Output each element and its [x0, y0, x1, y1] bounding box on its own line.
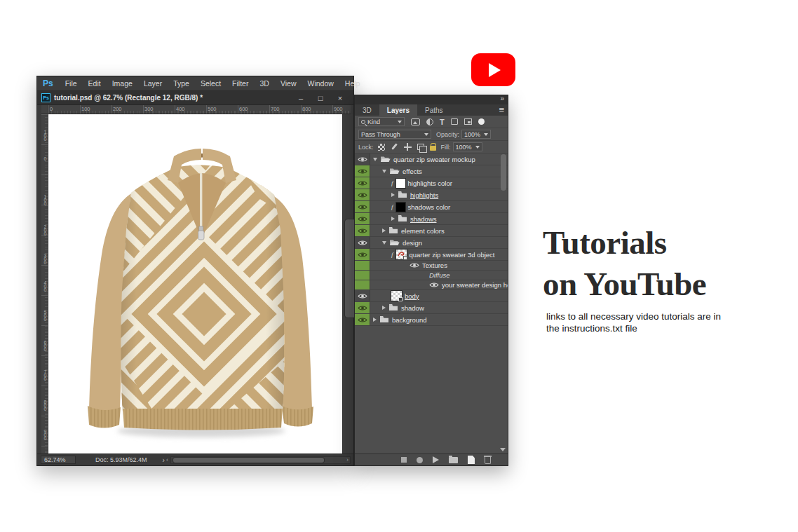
layers-scrollbar-thumb[interactable]	[501, 154, 506, 191]
close-button[interactable]: ×	[335, 94, 345, 102]
layer-row[interactable]: shadow	[355, 302, 508, 314]
lock-position-icon[interactable]	[404, 143, 412, 151]
layer-visibility-toggle[interactable]	[355, 165, 370, 177]
fill-field[interactable]: 100%	[453, 142, 482, 151]
layer-row[interactable]: highlights	[355, 189, 508, 201]
layer-row[interactable]: design	[355, 237, 508, 249]
layer-row[interactable]: fhighlights color	[355, 177, 508, 189]
layer-row[interactable]: element colors	[355, 225, 508, 237]
layer-visibility-toggle[interactable]	[355, 290, 370, 301]
lock-icons	[378, 143, 436, 151]
menu-select[interactable]: Select	[195, 79, 226, 88]
layer-mask-icon[interactable]	[433, 456, 439, 463]
layer-visibility-toggle[interactable]	[355, 154, 370, 165]
ruler-v-label: 300	[42, 253, 48, 264]
maximize-button[interactable]: □	[316, 94, 325, 102]
layer-row[interactable]: body	[355, 290, 508, 302]
menu-filter[interactable]: Filter	[226, 79, 254, 88]
lock-all-icon[interactable]	[430, 146, 436, 151]
texture-visibility-icon[interactable]	[410, 262, 419, 268]
layer-visibility-toggle[interactable]	[355, 280, 370, 289]
layer-visibility-toggle[interactable]	[355, 177, 370, 189]
smart-objects-icon[interactable]	[464, 118, 472, 125]
menu-image[interactable]: Image	[107, 79, 138, 88]
expand-group-icon[interactable]	[391, 193, 395, 197]
layer-visibility-toggle[interactable]	[355, 189, 370, 200]
shape-layers-icon[interactable]	[451, 118, 458, 125]
document-title-bar[interactable]: Ps tutorial.psd @ 62.7% (Rectangle 12, R…	[37, 91, 353, 105]
layer-row[interactable]: Textures	[355, 261, 508, 271]
layer-color-swatch[interactable]	[396, 203, 405, 212]
tab-3d[interactable]: 3D	[355, 104, 379, 116]
lock-image-pixels-icon[interactable]	[391, 143, 398, 151]
pixel-layers-icon[interactable]	[411, 118, 420, 125]
zoom-level-field[interactable]: 62.74%	[41, 456, 76, 464]
type-layers-icon[interactable]: T	[440, 118, 445, 125]
smart-object-thumbnail[interactable]	[391, 291, 402, 301]
minimize-button[interactable]: –	[296, 94, 306, 102]
document-canvas[interactable]	[48, 114, 343, 454]
layer-visibility-toggle[interactable]	[355, 302, 370, 313]
layer-row[interactable]: background	[355, 314, 508, 326]
layer-row[interactable]: Diffuse	[355, 271, 508, 280]
layer-visibility-toggle[interactable]	[355, 271, 370, 280]
collapse-group-icon[interactable]	[373, 158, 377, 161]
filter-kind-dropdown[interactable]: Kind	[358, 117, 405, 126]
3d-object-thumbnail[interactable]	[396, 250, 407, 259]
menu-type[interactable]: Type	[168, 79, 195, 88]
panel-menu-icon[interactable]: ≡	[499, 104, 504, 115]
expand-group-icon[interactable]	[382, 229, 386, 233]
layer-row[interactable]: effects	[355, 165, 508, 177]
layer-visibility-toggle[interactable]	[355, 237, 370, 248]
collapse-group-icon[interactable]	[382, 241, 386, 245]
menu-window[interactable]: Window	[302, 79, 339, 88]
layer-row[interactable]: fshadows color	[355, 201, 508, 213]
canvas-horizontal-scrollbar[interactable]: ‹ ›	[170, 456, 351, 464]
new-group-icon[interactable]	[449, 457, 458, 463]
layer-visibility-toggle[interactable]	[355, 213, 370, 224]
layer-row[interactable]: fquarter zip sweater 3d object	[355, 249, 508, 261]
collapse-panel-icon[interactable]: »	[500, 95, 503, 102]
blend-mode-dropdown[interactable]: Pass Through	[358, 130, 431, 139]
filter-toggle-icon[interactable]	[478, 118, 485, 125]
delete-layer-icon[interactable]	[485, 457, 491, 464]
layer-row[interactable]: quarter zip sweater mockup	[355, 154, 508, 165]
status-menu-arrow-icon[interactable]: ›	[163, 456, 165, 464]
layers-scroll-down-icon[interactable]	[500, 448, 506, 451]
ruler-h-label: 800	[302, 106, 311, 112]
menu-file[interactable]: File	[60, 79, 83, 88]
layer-row[interactable]: shadows	[355, 213, 508, 225]
layer-visibility-toggle[interactable]	[355, 201, 370, 212]
link-layers-icon[interactable]	[401, 457, 407, 463]
layer-visibility-toggle[interactable]	[355, 249, 370, 260]
tab-layers[interactable]: Layers	[379, 104, 417, 116]
menu-3d[interactable]: 3D	[254, 79, 274, 88]
expand-group-icon[interactable]	[391, 217, 395, 221]
lock-artboard-icon[interactable]	[417, 144, 424, 150]
new-layer-icon[interactable]	[468, 456, 475, 464]
tab-paths[interactable]: Paths	[417, 104, 451, 116]
canvas-vertical-scrollbar[interactable]	[342, 114, 353, 455]
folder-icon	[389, 167, 400, 176]
layer-visibility-toggle[interactable]	[355, 261, 370, 270]
blend-mode-row: Pass Through Opacity: 100%	[355, 128, 508, 141]
texture-visibility-icon[interactable]	[429, 282, 439, 288]
lock-transparent-pixels-icon[interactable]	[378, 144, 385, 151]
menu-edit[interactable]: Edit	[83, 79, 107, 88]
layer-row[interactable]: your sweater design here	[355, 280, 508, 290]
adjustment-layers-icon[interactable]	[426, 118, 433, 125]
scroll-left-icon[interactable]: ‹	[166, 456, 168, 463]
canvas-horizontal-scrollbar-thumb[interactable]	[173, 458, 324, 463]
layer-visibility-toggle[interactable]	[355, 314, 370, 325]
layer-visibility-toggle[interactable]	[355, 225, 370, 236]
layer-color-swatch[interactable]	[396, 179, 405, 188]
scroll-right-icon[interactable]: ›	[346, 456, 349, 463]
menu-help[interactable]: Help	[339, 79, 366, 88]
expand-group-icon[interactable]	[382, 306, 386, 310]
menu-view[interactable]: View	[275, 79, 302, 88]
expand-group-icon[interactable]	[373, 318, 377, 322]
menu-layer[interactable]: Layer	[138, 79, 168, 88]
collapse-group-icon[interactable]	[382, 170, 386, 173]
layer-effects-icon[interactable]	[417, 457, 423, 463]
opacity-field[interactable]: 100%	[461, 130, 491, 139]
